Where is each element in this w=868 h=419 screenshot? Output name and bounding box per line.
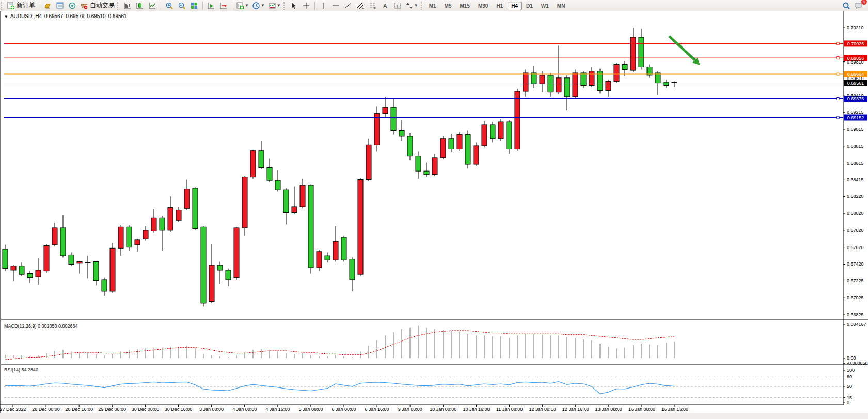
- time-axis-label: 10 Jan 00:00: [430, 407, 456, 412]
- line-chart-icon: [148, 2, 156, 10]
- macd-axis-label: 0.00: [847, 355, 856, 361]
- chart-shift-icon: [219, 2, 228, 10]
- signal-icon: [68, 2, 76, 10]
- line-chart-button[interactable]: [147, 1, 158, 10]
- channel-icon: E: [356, 2, 365, 10]
- chart-background: [0, 11, 868, 419]
- horizontal-line-icon: [332, 2, 340, 10]
- tile-windows-button[interactable]: [188, 1, 200, 10]
- candle: [160, 218, 165, 230]
- time-axis-label: 28 Dec 00:00: [32, 407, 60, 412]
- candle: [374, 114, 380, 145]
- price-axis-label: 0.68020: [847, 211, 864, 216]
- trendline-tool-button[interactable]: [342, 1, 354, 10]
- close-value: 0.69561: [108, 13, 127, 19]
- candle: [127, 227, 132, 247]
- timeframe-h4[interactable]: H4: [508, 2, 522, 10]
- timeframe-h1[interactable]: H1: [493, 2, 507, 10]
- notifications-button[interactable]: 1: [853, 1, 864, 10]
- candle: [614, 65, 619, 82]
- templates-button[interactable]: ▼: [267, 1, 282, 10]
- candle: [242, 177, 247, 228]
- line-handle[interactable]: [837, 73, 839, 75]
- price-axis-label: 0.67025: [847, 295, 864, 300]
- text-label-tool-button[interactable]: T: [392, 1, 403, 10]
- rsi-axis-label: 100: [847, 368, 855, 373]
- timeframe-d1[interactable]: D1: [523, 2, 536, 10]
- candle: [168, 208, 173, 230]
- price-chart[interactable]: 0.700250.698560.696640.695610.693750.691…: [0, 11, 868, 419]
- candle: [449, 139, 454, 149]
- candle: [515, 91, 520, 149]
- candle: [3, 249, 8, 269]
- template-icon: [268, 2, 276, 10]
- candle: [416, 156, 421, 172]
- candle: [589, 71, 594, 86]
- candle: [399, 130, 404, 136]
- toolbar-drag-handle[interactable]: [421, 2, 424, 10]
- chart-shift-button[interactable]: [218, 1, 229, 10]
- new-chart-button[interactable]: ▼: [235, 1, 250, 10]
- crosshair-tool-button[interactable]: [301, 1, 312, 10]
- cursor-tool-button[interactable]: [288, 1, 299, 10]
- autotrade-button[interactable]: 自动交易: [79, 1, 116, 10]
- fibonacci-tool-button[interactable]: F: [367, 1, 378, 10]
- timeframe-m5[interactable]: M5: [441, 2, 455, 10]
- candle: [250, 151, 256, 177]
- channel-tool-button[interactable]: E: [355, 1, 366, 10]
- candle: [60, 228, 66, 256]
- text-tool-button[interactable]: A: [380, 1, 391, 10]
- periods-button[interactable]: ▼: [251, 1, 266, 10]
- line-handle[interactable]: [837, 97, 839, 100]
- signal-button[interactable]: [67, 1, 78, 10]
- chevron-down-icon: ▼: [414, 3, 418, 8]
- candle: [424, 171, 429, 175]
- candle: [217, 265, 223, 270]
- search-button[interactable]: [841, 1, 852, 10]
- line-handle[interactable]: [837, 116, 839, 119]
- price-axis-label: 0.67225: [847, 278, 864, 283]
- toolbar-drag-handle[interactable]: [117, 2, 120, 10]
- timeframe-mn[interactable]: MN: [554, 2, 569, 10]
- price-axis-label: 0.67820: [847, 228, 864, 233]
- timeframe-m15[interactable]: M15: [456, 2, 474, 10]
- candle: [366, 145, 371, 179]
- candle: [234, 228, 239, 278]
- vertical-line-tool-button[interactable]: [318, 1, 329, 10]
- toolbar-drag-handle[interactable]: [283, 2, 287, 10]
- chevron-down-icon: ▼: [261, 3, 265, 8]
- bar-chart-button[interactable]: [122, 1, 133, 10]
- new-order-button[interactable]: 新订单: [6, 1, 36, 10]
- fibonacci-icon: F: [369, 2, 377, 10]
- candle: [358, 180, 363, 275]
- timeframe-m30[interactable]: M30: [475, 2, 492, 10]
- time-axis-label: 12 Jan 16:00: [562, 407, 589, 412]
- time-axis-label: 27 Dec 2022: [0, 407, 26, 412]
- candle: [341, 237, 346, 260]
- auto-scroll-button[interactable]: [206, 1, 217, 10]
- time-axis-label: 6 Jan 16:00: [365, 407, 389, 412]
- time-axis-label: 5 Jan 08:00: [298, 407, 323, 412]
- crosshair-icon: [302, 2, 310, 10]
- timeframe-w1[interactable]: W1: [538, 2, 553, 10]
- candle: [630, 37, 636, 70]
- line-handle[interactable]: [837, 57, 839, 59]
- line-handle[interactable]: [837, 42, 839, 45]
- zoom-out-button[interactable]: [176, 1, 187, 10]
- svg-text:T: T: [396, 3, 399, 8]
- toolbar-drag-handle[interactable]: [1, 2, 4, 10]
- horizontal-line-tool-button[interactable]: [330, 1, 341, 10]
- candle: [226, 270, 231, 280]
- candle: [350, 259, 355, 280]
- candle: [308, 185, 313, 268]
- collapse-triangle-icon[interactable]: ▼: [4, 14, 8, 19]
- candlestick-chart-button[interactable]: [134, 1, 146, 10]
- arrows-tool-button[interactable]: ▼: [404, 1, 419, 10]
- data-window-button[interactable]: [54, 1, 66, 10]
- market-watch-button[interactable]: [42, 1, 53, 10]
- zoom-in-button[interactable]: [164, 1, 175, 10]
- candle: [209, 265, 214, 301]
- timeframe-m1[interactable]: M1: [425, 2, 440, 10]
- price-axis-label: 0.66825: [847, 312, 864, 317]
- candle: [135, 240, 140, 245]
